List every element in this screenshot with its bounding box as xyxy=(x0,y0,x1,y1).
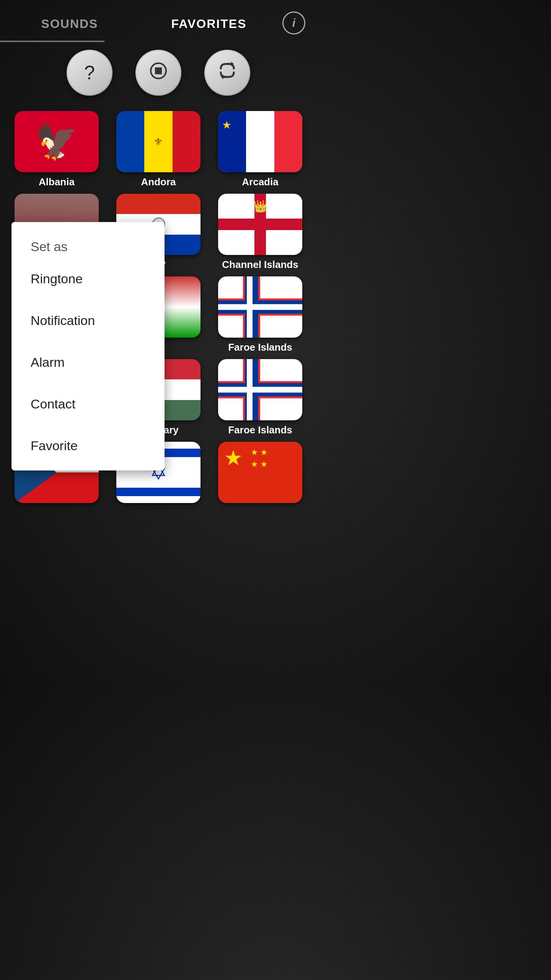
albania-flag-image: 🦅 xyxy=(15,111,99,172)
menu-item-alarm[interactable]: Alarm xyxy=(11,341,165,383)
china-flag-image: ★ ★ ★ ★ ★ xyxy=(218,442,302,503)
arcadia-star-icon: ★ xyxy=(222,119,231,131)
china-small-stars-group: ★ ★ ★ ★ xyxy=(251,448,268,469)
china-stars-group: ★ ★ ★ ★ ★ xyxy=(224,446,243,470)
tab-favorites[interactable]: FAVORITES xyxy=(139,9,279,37)
china-small-star-1: ★ xyxy=(251,448,258,457)
stop-button[interactable] xyxy=(135,50,181,96)
arcadia-label: Arcadia xyxy=(242,176,278,188)
menu-item-ringtone[interactable]: Ringtone xyxy=(11,258,165,300)
flag-item-channel-islands[interactable]: 👑 Channel Islands xyxy=(211,194,309,271)
andorra-yellow-stripe: ⚜ xyxy=(144,111,172,172)
faroe-white-h xyxy=(218,304,302,310)
andorra-red-stripe xyxy=(173,111,201,172)
flag-item-faroe[interactable]: Faroe Islands xyxy=(211,276,309,353)
albania-label: Albania xyxy=(39,176,75,188)
china-small-star-4: ★ xyxy=(260,459,268,469)
help-button[interactable]: ? xyxy=(67,50,112,96)
jersey-crown-icon: 👑 xyxy=(253,199,267,213)
arcadia-red xyxy=(274,111,302,172)
loop-button[interactable] xyxy=(204,50,250,96)
menu-item-notification[interactable]: Notification xyxy=(11,300,165,341)
loop-icon xyxy=(218,61,237,85)
context-menu[interactable]: Set as Ringtone Notification Alarm Conta… xyxy=(11,222,165,470)
svg-rect-1 xyxy=(155,67,162,74)
faroe2-label: Faroe Islands xyxy=(228,424,292,436)
menu-item-contact[interactable]: Contact xyxy=(11,383,165,425)
flag-grid-row1: 🦅 Albania ⚜ Andora ★ Arcadia xyxy=(0,107,317,192)
context-menu-set-as-label: Set as xyxy=(11,226,165,258)
controls-row: ? xyxy=(0,42,317,107)
flag-item-andorra[interactable]: ⚜ Andora xyxy=(109,111,207,188)
china-small-star-2: ★ xyxy=(260,448,268,457)
china-big-star-icon: ★ xyxy=(224,446,243,470)
channel-islands-label: Channel Islands xyxy=(222,259,298,271)
header: SOUNDS FAVORITES i xyxy=(0,0,317,42)
stop-icon xyxy=(150,62,167,84)
andorra-label: Andora xyxy=(141,176,176,188)
info-icon: i xyxy=(282,11,305,34)
menu-item-favorite[interactable]: Favorite xyxy=(11,425,165,467)
faroe2-flag-image xyxy=(218,359,302,420)
arcadia-flag-image: ★ xyxy=(218,111,302,172)
andorra-blue-stripe xyxy=(116,111,144,172)
flag-item-china[interactable]: ★ ★ ★ ★ ★ xyxy=(211,442,309,507)
arcadia-white xyxy=(246,111,275,172)
andorra-crest-icon: ⚜ xyxy=(153,136,163,148)
china-small-star-3: ★ xyxy=(251,459,258,469)
albania-eagle-icon: 🦅 xyxy=(35,124,78,159)
faroe-flag-image xyxy=(218,276,302,338)
andorra-flag-image: ⚜ xyxy=(116,111,201,172)
info-button[interactable]: i xyxy=(279,8,309,38)
jersey-flag-image: 👑 xyxy=(218,194,302,255)
faroe-white-v xyxy=(247,276,253,338)
tab-sounds[interactable]: SOUNDS xyxy=(0,9,139,37)
question-icon: ? xyxy=(84,62,95,84)
jersey-cross-h xyxy=(218,219,302,230)
flag-item-arcadia[interactable]: ★ Arcadia xyxy=(211,111,309,188)
flag-item-faroe2[interactable]: Faroe Islands xyxy=(211,359,309,436)
faroe-label: Faroe Islands xyxy=(228,341,292,353)
flag-item-albania[interactable]: 🦅 Albania xyxy=(8,111,106,188)
